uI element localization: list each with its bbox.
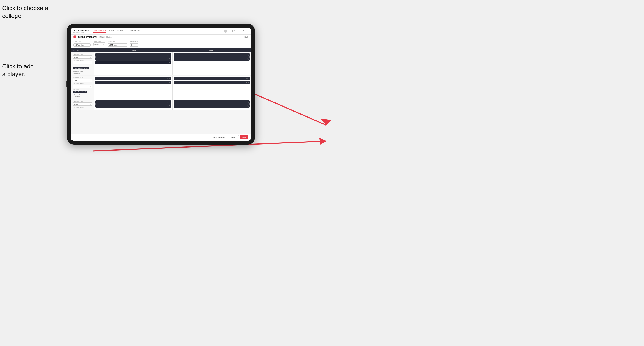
slot3-edit-1[interactable]: ✎ [169,78,170,79]
slot4-close-1[interactable]: × [246,78,247,79]
tee-left-3: STARTING TIME: 10:20 ⏱ STARTING HOLE: [71,99,94,110]
slot6-edit-2[interactable]: ✎ [248,105,249,107]
player-slot-3-2[interactable]: × ✎ [96,81,171,84]
slot2-edit-1[interactable]: ✎ [248,54,249,56]
slot3-edit-2[interactable]: ✎ [169,82,170,83]
tee-groups-container[interactable]: STARTING TIME: 10:00 ⏱ STARTING HOLE: 1 … [71,52,251,134]
player-slot-5-2[interactable]: × ✎ [96,104,171,108]
slot-edit-1-1[interactable]: ✎ [169,54,170,56]
starting-time-input-3[interactable]: 10:20 ⏱ [72,102,92,106]
reset-changes-button[interactable]: Reset Changes [211,135,228,139]
player-slot-2-2[interactable]: × ✎ [174,57,250,61]
add-group-btn-2[interactable]: + Add Group [72,96,92,98]
starting-hole-input-2[interactable]: 1 ⌃⌄ [72,85,92,88]
nav-right: blair@clippd.io | Sign out [224,29,248,32]
slot-close-1-1[interactable]: × [167,54,168,56]
course-tag-edit-2[interactable]: ✎ [85,91,86,93]
start-time-group: Start Time 10:00 ⏱ [93,41,105,47]
player-slot-6-1[interactable]: × ✎ [174,100,250,104]
start-time-input[interactable]: 10:00 ⏱ [93,42,105,46]
remove-group-btn-2[interactable]: ⊖ Remove Group [72,94,92,96]
remove-group-btn-1[interactable]: ⊖ Remove Group [72,70,92,72]
sign-out-link[interactable]: Sign out [243,30,248,32]
player-slot-3-1[interactable]: × ✎ [96,77,171,80]
starting-hole-label-1: STARTING HOLE: [72,59,92,61]
nav-rankings[interactable]: RANKINGS [130,29,140,32]
player-slot-4-1[interactable]: × ✎ [174,77,250,80]
start-type-label: Start Type [74,41,91,42]
slot-close-1-3[interactable]: × [167,62,168,64]
player-slot-2-1[interactable]: × ✎ [174,53,250,57]
slot5-close-1[interactable]: × [167,101,168,103]
course-tag-2[interactable]: 🏌 East Lake GC × ✎ [72,91,87,93]
tablet-side-button [66,81,67,87]
nav-links: TOURNAMENTS TEAMS COMMITTEE RANKINGS [93,29,224,32]
save-button[interactable]: Save [240,135,248,139]
nav-teams[interactable]: TEAMS [109,29,115,32]
footer: Reset Changes Cancel Save [71,134,251,141]
course-tag-icon-1: 🏌 [74,67,75,69]
course-tag-remove-2[interactable]: × [84,91,85,93]
starting-hole-input-1[interactable]: 1 ⌃⌄ [72,61,92,64]
team1-col-2: × ✎ × ✎ [94,76,172,99]
group-size-wrapper: 3 [130,42,138,47]
slot-edit-1-3[interactable]: ✎ [169,62,170,64]
cancel-button[interactable]: Cancel [229,135,239,139]
group-size-select[interactable]: 3 [130,43,138,47]
slot2-edit-2[interactable]: ✎ [248,58,249,60]
player-slot-4-2[interactable]: × ✎ [174,81,250,84]
slot4-close-2[interactable]: × [246,82,247,83]
slot6-close-2[interactable]: × [246,105,247,107]
starting-time-input-1[interactable]: 10:00 ⏱ [72,55,92,59]
starting-time-label-1: STARTING TIME: [72,54,92,55]
intervals-select[interactable]: 10 Minutes [108,43,127,47]
svg-marker-3 [319,138,326,145]
slot6-close-1[interactable]: × [246,101,247,103]
slot6-edit-1[interactable]: ✎ [248,101,249,103]
slot5-close-2[interactable]: × [167,105,168,107]
tee-left-2: STARTING TIME: 10:10 ⏱ STARTING HOLE: 1 … [71,76,94,99]
th-team1: Team 1 [94,48,172,52]
tee-left-1: STARTING TIME: 10:00 ⏱ STARTING HOLE: 1 … [71,52,94,75]
player-slot-1-3[interactable]: × ✎ [96,61,171,64]
player-slot-1-2[interactable]: × ✎ [96,57,171,61]
start-time-label: Start Time [93,41,105,42]
starting-hole-label-3: STARTING HOLE: [72,107,92,108]
clippd-logo: C [74,35,76,38]
slot5-edit-1[interactable]: ✎ [169,101,170,103]
course-label-2: COURSE: [72,89,92,90]
player-slot-5-1[interactable]: × ✎ [96,100,171,104]
stepper-icon-2: ⌃⌄ [88,86,91,87]
add-group-btn-1[interactable]: + Add Group [72,72,92,74]
nav-committee[interactable]: COMMITTEE [118,29,128,32]
slot4-edit-1[interactable]: ✎ [248,78,249,79]
start-type-group: Start Type 1st Tee Start [74,41,91,47]
tablet-frame: SCOREBOARD Powered by clippd TOURNAMENTS… [67,24,255,145]
course-row-1: 🏌 (A) Peachtree GC × ✎ [72,67,92,69]
annotation-player: Click to add a player. [2,63,34,78]
slot2-close-2[interactable]: × [246,58,247,60]
tee-group-3: STARTING TIME: 10:20 ⏱ STARTING HOLE: × … [71,99,251,110]
slot3-close-1[interactable]: × [167,78,168,79]
starting-time-label-3: STARTING TIME: [72,101,92,102]
course-tag-1[interactable]: 🏌 (A) Peachtree GC × ✎ [72,67,89,69]
start-type-select[interactable]: 1st Tee Start [74,43,91,47]
sub-header: C Clippd Invitational (Men) Hosting < Ba… [71,34,251,39]
svg-marker-1 [320,119,332,125]
tablet-screen: SCOREBOARD Powered by clippd TOURNAMENTS… [71,28,251,141]
player-slot-1-1[interactable]: × ✎ [96,53,171,57]
nav-tournaments[interactable]: TOURNAMENTS [93,29,106,32]
nav-avatar [224,29,227,32]
slot-edit-1-2[interactable]: ✎ [169,58,170,60]
slot-close-1-2[interactable]: × [167,58,168,60]
slot5-edit-2[interactable]: ✎ [169,105,170,107]
intervals-label: Intervals [108,41,127,42]
back-button[interactable]: < Back [243,36,248,38]
course-tag-remove-1[interactable]: × [86,68,87,69]
course-tag-edit-1[interactable]: ✎ [87,67,88,69]
slot2-close-1[interactable]: × [246,54,247,56]
player-slot-6-2[interactable]: × ✎ [174,104,250,108]
starting-time-input-2[interactable]: 10:10 ⏱ [72,79,92,82]
slot3-close-2[interactable]: × [167,82,168,83]
slot4-edit-2[interactable]: ✎ [248,82,249,83]
